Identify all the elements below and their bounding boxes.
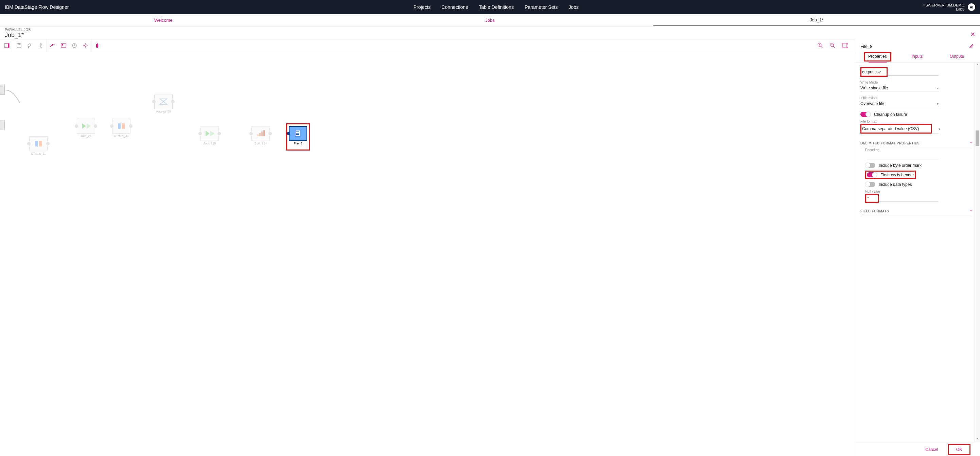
header-toggle[interactable]: First row is header — [865, 171, 916, 179]
types-label: Include data types — [879, 182, 912, 187]
cleanup-toggle[interactable]: Cleanup on failure — [861, 112, 972, 117]
server-info: IIS-SERVER.IBM.DEMO Lab3 — [923, 3, 964, 11]
clock-icon[interactable] — [72, 43, 78, 49]
top-nav: Projects Connections Table Definitions P… — [68, 5, 923, 10]
tab-jobs[interactable]: Jobs — [326, 14, 653, 26]
svg-rect-10 — [843, 44, 847, 47]
delete-icon[interactable] — [94, 43, 100, 49]
if-exists-label: If file exists — [861, 96, 972, 100]
job-type-crumb: PARALLEL JOB — [5, 28, 31, 32]
title-bar: PARALLEL JOB Job_1* ✕ — [0, 27, 980, 39]
scroll-down-arrow[interactable]: ˅ — [975, 436, 980, 442]
encoding-input[interactable] — [865, 153, 938, 158]
field-formats-title: FIELD FORMATS — [861, 209, 889, 213]
tab-welcome[interactable]: Welcome — [0, 14, 326, 26]
write-mode-label: Write Mode — [861, 81, 972, 84]
svg-rect-14 — [122, 123, 125, 129]
if-exists-select[interactable]: Overwrite file▾ — [861, 100, 939, 107]
save-icon[interactable] — [16, 43, 22, 49]
header-label: First row is header — [880, 173, 914, 177]
node-label: Aggreg_55 — [154, 110, 173, 113]
panel-tab-properties[interactable]: Properties — [858, 51, 897, 62]
scroll-thumb[interactable] — [975, 130, 979, 146]
chevron-up-icon: ˄ — [970, 209, 972, 213]
bom-label: Include byte order mark — [879, 163, 921, 168]
scroll-up-arrow[interactable]: ˄ — [975, 62, 980, 68]
svg-point-7 — [84, 45, 86, 46]
nav-projects[interactable]: Projects — [414, 5, 431, 10]
panel-scrollbar[interactable]: ˄ ˅ — [975, 62, 980, 442]
file-format-label: File format — [861, 119, 972, 123]
node-sort124[interactable]: Sort_124 — [251, 126, 270, 145]
node-label: Sort_124 — [251, 142, 270, 145]
job-name: Job_1* — [5, 32, 31, 39]
panel-tab-inputs[interactable]: Inputs — [897, 51, 937, 62]
node-label: CTrans_41 — [112, 134, 130, 138]
cleanup-label: Cleanup on failure — [874, 112, 907, 117]
ok-button[interactable]: OK — [948, 444, 970, 455]
edge-source-1[interactable] — [0, 84, 5, 95]
node-file8[interactable]: File_8 — [289, 126, 307, 145]
nav-table-definitions[interactable]: Table Definitions — [479, 5, 514, 10]
svg-rect-19 — [295, 130, 300, 136]
tab-job1[interactable]: Job_1* — [654, 14, 980, 26]
svg-rect-15 — [257, 134, 259, 136]
bom-toggle[interactable]: Include byte order mark — [865, 163, 972, 168]
node-ctrans41[interactable]: CTrans_41 — [112, 119, 130, 138]
canvas[interactable]: CTrans_11 Join_25 CTrans_41 Aggreg_55 Jo… — [0, 52, 854, 456]
wrench-icon[interactable] — [27, 43, 33, 49]
filename-highlight: output.csv — [861, 67, 888, 77]
page-tabs: Welcome Jobs Job_1* — [0, 14, 980, 27]
node-aggreg55[interactable]: Aggreg_55 — [154, 94, 173, 113]
panel-toggle-icon[interactable] — [4, 43, 10, 49]
nav-jobs[interactable]: Jobs — [568, 5, 579, 10]
zoom-in-icon[interactable] — [817, 43, 823, 49]
gear-icon[interactable] — [82, 43, 88, 49]
svg-rect-22 — [296, 134, 299, 135]
run-icon[interactable] — [38, 43, 44, 49]
user-avatar[interactable]: AI — [968, 3, 975, 11]
svg-point-3 — [40, 43, 41, 45]
svg-rect-1 — [8, 43, 9, 48]
svg-rect-18 — [263, 130, 265, 136]
node-ctrans11[interactable]: CTrans_11 — [29, 136, 48, 155]
toolbar — [0, 39, 854, 52]
chevron-up-icon: ˄ — [970, 141, 972, 145]
null-value-label: Null value — [865, 190, 972, 193]
edit-name-icon[interactable] — [969, 43, 974, 49]
zoom-out-icon[interactable] — [829, 43, 835, 49]
node-join25[interactable]: Join_25 — [77, 119, 95, 138]
delimited-section-title: DELIMITED FORMAT PROPERTIES — [861, 141, 920, 145]
if-exists-value: Overwrite file — [861, 101, 884, 106]
panel-tab-outputs[interactable]: Outputs — [937, 51, 977, 62]
svg-rect-12 — [39, 141, 42, 146]
filename-input[interactable]: output.csv — [862, 69, 886, 75]
field-formats-section-header[interactable]: FIELD FORMATS ˄ — [861, 207, 972, 216]
svg-rect-16 — [259, 133, 261, 136]
annotation-icon[interactable] — [60, 43, 67, 49]
server-name: IIS-SERVER.IBM.DEMO — [923, 3, 964, 7]
fit-icon[interactable] — [842, 43, 848, 49]
properties-panel: File_8 Properties Inputs Outputs output.… — [854, 39, 980, 456]
cancel-button[interactable]: Cancel — [920, 445, 943, 454]
delimited-section-header[interactable]: DELIMITED FORMAT PROPERTIES ˄ — [861, 139, 972, 148]
file-format-highlight: Comma-separated value (CSV) — [861, 124, 932, 133]
types-toggle[interactable]: Include data types — [865, 182, 972, 187]
file-format-value: Comma-separated value (CSV) — [862, 126, 919, 131]
svg-rect-17 — [261, 132, 262, 136]
svg-rect-13 — [118, 123, 121, 129]
file-format-select[interactable]: Comma-separated value (CSV) — [862, 126, 930, 132]
svg-rect-11 — [35, 141, 38, 146]
panel-tabs: Properties Inputs Outputs — [854, 51, 980, 62]
nav-connections[interactable]: Connections — [441, 5, 468, 10]
close-panel-button[interactable]: ✕ — [970, 28, 975, 38]
null-value-highlight: "" — [865, 194, 879, 203]
link-icon[interactable] — [49, 43, 56, 49]
node-join115[interactable]: Join_115 — [200, 126, 219, 145]
panel-title: File_8 — [861, 44, 872, 49]
nav-parameter-sets[interactable]: Parameter Sets — [525, 5, 558, 10]
edge-source-2[interactable] — [0, 120, 5, 130]
null-value-input[interactable]: "" — [867, 196, 877, 201]
write-mode-select[interactable]: Write single file▾ — [861, 85, 939, 91]
node-label: Join_115 — [200, 142, 219, 145]
